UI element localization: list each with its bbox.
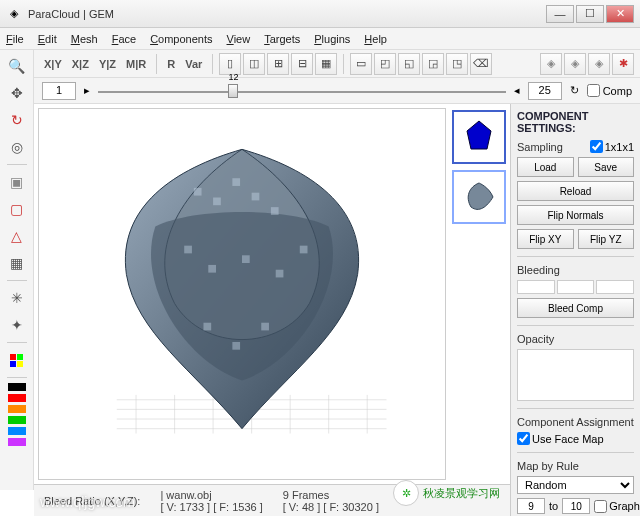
separator xyxy=(7,377,27,378)
palette-icon[interactable] xyxy=(5,348,29,372)
color-green[interactable] xyxy=(8,416,26,424)
color-blue[interactable] xyxy=(8,427,26,435)
view-xy[interactable]: X|Y xyxy=(40,58,66,70)
separator xyxy=(343,54,344,74)
menu-file[interactable]: File xyxy=(6,33,24,45)
bleed-z[interactable] xyxy=(596,280,634,294)
color-red[interactable] xyxy=(8,394,26,402)
opacity-slider[interactable] xyxy=(517,349,634,401)
slider-min[interactable]: 1 xyxy=(42,82,76,100)
render3-icon[interactable]: ◈ xyxy=(588,53,610,75)
select-icon[interactable]: ▢ xyxy=(5,197,29,221)
bleed-comp-button[interactable]: Bleed Comp xyxy=(517,298,634,318)
svg-rect-9 xyxy=(300,246,308,254)
color-purple[interactable] xyxy=(8,438,26,446)
view-var[interactable]: Var xyxy=(181,58,206,70)
rule-select[interactable]: Random xyxy=(517,476,634,494)
menu-plugins[interactable]: Plugins xyxy=(314,33,350,45)
window1-icon[interactable]: ◰ xyxy=(374,53,396,75)
view-xz[interactable]: X|Z xyxy=(68,58,93,70)
bleeding-label: Bleeding xyxy=(517,264,634,276)
bleed-y[interactable] xyxy=(557,280,595,294)
reload-button[interactable]: Reload xyxy=(517,181,634,201)
menu-edit[interactable]: Edit xyxy=(38,33,57,45)
color-black[interactable] xyxy=(8,383,26,391)
close-button[interactable]: ✕ xyxy=(606,5,634,23)
flip-normals-button[interactable]: Flip Normals xyxy=(517,205,634,225)
menu-targets[interactable]: Targets xyxy=(264,33,300,45)
range-from[interactable] xyxy=(517,498,545,514)
view-mr[interactable]: M|R xyxy=(122,58,150,70)
cube-icon[interactable]: ▣ xyxy=(5,170,29,194)
map-rule-label: Map by Rule xyxy=(517,460,634,472)
wechat-icon: ✲ xyxy=(393,480,419,506)
svg-rect-4 xyxy=(271,207,279,215)
corner-logo: ✲ 秋凌景观学习网 xyxy=(393,480,500,506)
menu-help[interactable]: Help xyxy=(364,33,387,45)
view-yz[interactable]: Y|Z xyxy=(95,58,120,70)
slider-max[interactable]: 25 xyxy=(528,82,562,100)
graph-checkbox[interactable] xyxy=(594,500,607,513)
load-button[interactable]: Load xyxy=(517,157,574,177)
separator xyxy=(212,54,213,74)
render2-icon[interactable]: ◈ xyxy=(564,53,586,75)
corner-text: 秋凌景观学习网 xyxy=(423,486,500,501)
component-thumb-2[interactable] xyxy=(452,170,506,224)
bleed-x[interactable] xyxy=(517,280,555,294)
view-r[interactable]: R xyxy=(163,58,179,70)
menu-face[interactable]: Face xyxy=(112,33,136,45)
zoom-icon[interactable]: 🔍 xyxy=(5,54,29,78)
save-button[interactable]: Save xyxy=(578,157,635,177)
frame-slider[interactable]: 12 xyxy=(98,84,506,98)
window4-icon[interactable]: ◳ xyxy=(446,53,468,75)
range-to[interactable] xyxy=(562,498,590,514)
flip-yz-button[interactable]: Flip YZ xyxy=(578,229,635,249)
window3-icon[interactable]: ◲ xyxy=(422,53,444,75)
crosshair-icon[interactable]: ✦ xyxy=(5,313,29,337)
3d-viewport[interactable] xyxy=(38,108,446,480)
sampling-label: Sampling xyxy=(517,141,563,153)
window2-icon[interactable]: ◱ xyxy=(398,53,420,75)
use-face-checkbox[interactable] xyxy=(517,432,530,445)
left-toolbar: 🔍 ✥ ↻ ◎ ▣ ▢ △ ▦ ✳ ✦ xyxy=(0,50,34,490)
pan-icon[interactable]: ✥ xyxy=(5,81,29,105)
top-toolbar: X|Y X|Z Y|Z M|R R Var ▯ ◫ ⊞ ⊟ ▦ ▭ ◰ ◱ ◲ … xyxy=(34,50,640,78)
panel-title: COMPONENT SETTINGS: xyxy=(517,110,634,134)
mesh-preview xyxy=(59,119,425,459)
titlebar: ◈ ParaCloud | GEM — ☐ ✕ xyxy=(0,0,640,28)
new-icon[interactable]: ▭ xyxy=(350,53,372,75)
orbit-icon[interactable]: ↻ xyxy=(5,108,29,132)
separator xyxy=(7,342,27,343)
svg-rect-12 xyxy=(261,323,269,331)
svg-rect-1 xyxy=(213,198,221,206)
menu-components[interactable]: Components xyxy=(150,33,212,45)
comp-label: Comp xyxy=(603,85,632,97)
menu-mesh[interactable]: Mesh xyxy=(71,33,98,45)
minimize-button[interactable]: — xyxy=(546,5,574,23)
flip-xy-button[interactable]: Flip XY xyxy=(517,229,574,249)
render1-icon[interactable]: ◈ xyxy=(540,53,562,75)
play-icon[interactable]: ▸ xyxy=(84,84,90,97)
app-icon: ◈ xyxy=(6,6,22,22)
loop-icon[interactable]: ↻ xyxy=(570,84,579,97)
maximize-button[interactable]: ☐ xyxy=(576,5,604,23)
render4-icon[interactable]: ✱ xyxy=(612,53,634,75)
layout5-icon[interactable]: ▦ xyxy=(315,53,337,75)
component-thumb-1[interactable] xyxy=(452,110,506,164)
play-end-icon[interactable]: ◂ xyxy=(514,84,520,97)
comp-checkbox[interactable] xyxy=(587,84,600,97)
menu-view[interactable]: View xyxy=(227,33,251,45)
svg-rect-7 xyxy=(242,255,250,263)
layout3-icon[interactable]: ⊞ xyxy=(267,53,289,75)
layout2-icon[interactable]: ◫ xyxy=(243,53,265,75)
svg-rect-5 xyxy=(184,246,192,254)
star-icon[interactable]: ✳ xyxy=(5,286,29,310)
color-orange[interactable] xyxy=(8,405,26,413)
svg-rect-8 xyxy=(276,270,284,278)
target-icon[interactable]: ◎ xyxy=(5,135,29,159)
triangle-icon[interactable]: △ xyxy=(5,224,29,248)
sampling-checkbox[interactable] xyxy=(590,140,603,153)
grid-icon[interactable]: ▦ xyxy=(5,251,29,275)
delete-icon[interactable]: ⌫ xyxy=(470,53,492,75)
layout4-icon[interactable]: ⊟ xyxy=(291,53,313,75)
